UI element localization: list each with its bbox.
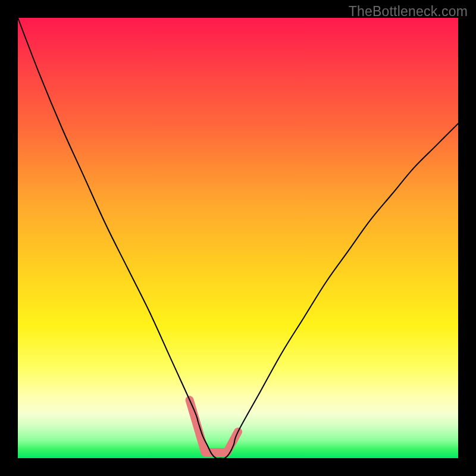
bottleneck-curve [18,18,458,458]
highlight-segment-left [190,400,205,452]
plot-area [18,18,458,458]
watermark-label: TheBottleneck.com [349,4,468,20]
chart-svg [18,18,458,458]
chart-frame: TheBottleneck.com [0,0,476,476]
